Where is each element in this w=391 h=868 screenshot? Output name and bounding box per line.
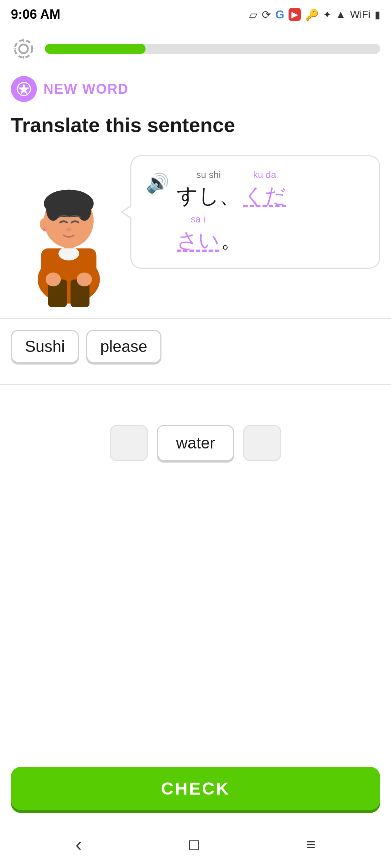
- progress-bar-fill: [45, 44, 146, 54]
- check-button-label: CHECK: [161, 779, 230, 799]
- svg-point-6: [58, 247, 79, 260]
- signal-icon: ▲: [336, 9, 346, 20]
- svg-point-18: [66, 228, 71, 231]
- answer-area: Sushi please: [0, 323, 391, 380]
- audio-icon[interactable]: 🔊: [146, 172, 169, 194]
- japanese-text-area: su shi すし、 ku da くだ sa i さい 。: [177, 169, 365, 255]
- home-button[interactable]: □: [189, 835, 199, 854]
- status-icons: ▱ ⟳ G ▶ 🔑 ✦ ▲ WiFi ▮: [249, 8, 380, 21]
- scene-area: 🔊 su shi すし、 ku da くだ sa i さい: [0, 148, 391, 314]
- menu-button[interactable]: ≡: [306, 835, 316, 854]
- sushi-ruby: su shi: [196, 169, 221, 180]
- kuda-kana: くだ: [243, 182, 286, 210]
- bottom-nav: ‹ □ ≡: [0, 821, 391, 868]
- word-token-water[interactable]: water: [157, 425, 234, 461]
- word-token-used-1: [110, 425, 148, 461]
- speech-bubble: 🔊 su shi すし、 ku da くだ sa i さい: [130, 155, 380, 269]
- instruction-text: Translate this sentence: [0, 109, 391, 148]
- top-bar: [0, 29, 391, 69]
- wifi-icon: WiFi: [350, 9, 370, 20]
- refresh-icon: ⟳: [262, 8, 271, 21]
- svg-point-0: [19, 44, 28, 53]
- word-token-used-3: [243, 425, 281, 461]
- new-word-label: NEW WORD: [43, 81, 129, 97]
- bubble-content: 🔊 su shi すし、 ku da くだ sa i さい: [146, 169, 365, 255]
- sai-kana: さい: [177, 226, 219, 255]
- new-word-icon: [11, 76, 37, 102]
- svg-point-17: [42, 227, 46, 231]
- key-icon: 🔑: [305, 8, 319, 21]
- bluetooth-icon: ✦: [323, 9, 331, 21]
- back-button[interactable]: ‹: [75, 834, 81, 855]
- svg-point-10: [77, 273, 92, 286]
- camera-icon: ▱: [249, 8, 257, 21]
- svg-point-1: [15, 40, 32, 58]
- divider-bottom: [0, 384, 391, 385]
- settings-icon[interactable]: [11, 36, 36, 61]
- character-illustration: [11, 155, 127, 307]
- new-word-row: NEW WORD: [0, 69, 391, 109]
- status-time: 9:06 AM: [11, 7, 60, 22]
- divider-top: [0, 318, 391, 319]
- sai-ruby-group: sa i さい: [177, 214, 219, 255]
- record-icon: ▶: [289, 8, 301, 21]
- word-bank-area: water: [0, 407, 391, 479]
- google-icon: G: [275, 8, 284, 21]
- answer-token-sushi[interactable]: Sushi: [11, 330, 79, 363]
- status-bar: 9:06 AM ▱ ⟳ G ▶ 🔑 ✦ ▲ WiFi ▮: [0, 0, 391, 29]
- check-button[interactable]: CHECK: [11, 767, 380, 810]
- svg-point-9: [46, 273, 61, 286]
- progress-bar: [45, 44, 380, 54]
- svg-marker-3: [18, 83, 30, 95]
- sushi-ruby-group: su shi すし、: [177, 169, 240, 210]
- period: 。: [221, 226, 242, 255]
- kuda-ruby: ku da: [253, 169, 276, 180]
- sushi-kana: すし、: [177, 182, 240, 210]
- kuda-ruby-group: ku da くだ: [243, 169, 286, 210]
- answer-token-please[interactable]: please: [86, 330, 161, 363]
- battery-icon: ▮: [375, 9, 380, 21]
- sai-ruby: sa i: [191, 214, 205, 225]
